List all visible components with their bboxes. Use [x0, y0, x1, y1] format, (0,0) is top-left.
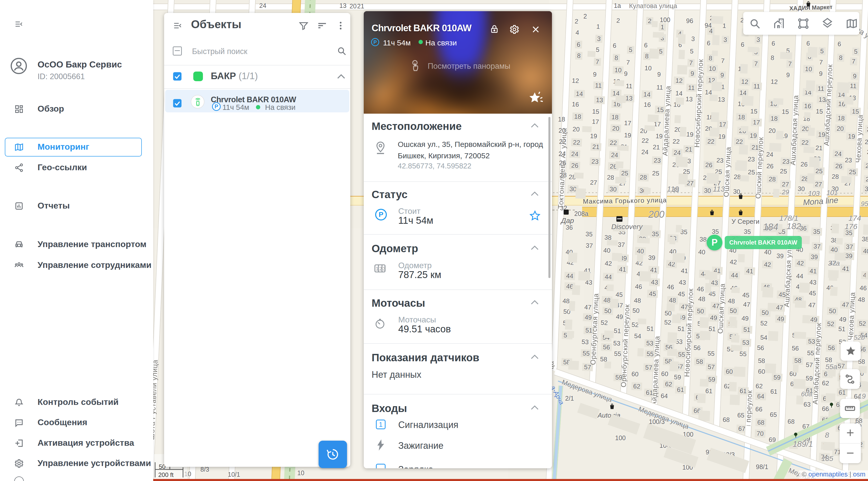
- svg-text:3: 3: [383, 266, 385, 271]
- svg-text:2: 2: [379, 266, 382, 271]
- svg-text:1: 1: [376, 266, 378, 271]
